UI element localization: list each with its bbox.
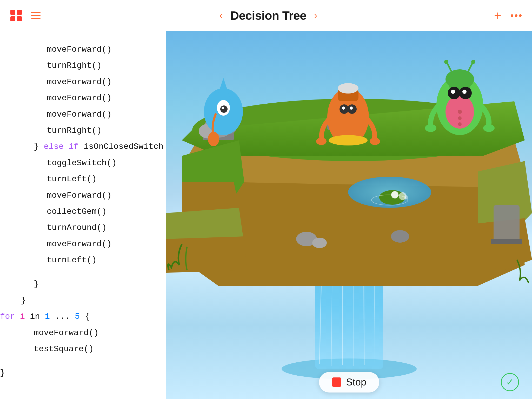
svg-point-70 (404, 195, 408, 200)
more-options-button[interactable] (511, 14, 522, 17)
svg-rect-28 (491, 239, 522, 244)
svg-rect-27 (494, 205, 520, 242)
page-title: Decision Tree (230, 9, 307, 23)
check-icon: ✓ (506, 377, 514, 387)
stop-label: Stop (346, 377, 366, 388)
game-viewport: Stop ✓ (166, 31, 532, 399)
prev-button[interactable]: ‹ (220, 11, 223, 20)
main-content: moveForward() turnRight() moveForward() … (0, 31, 532, 399)
code-line: turnLeft() (0, 252, 166, 268)
code-line: } (0, 365, 166, 381)
code-line: moveForward() (0, 188, 166, 204)
svg-point-41 (329, 135, 368, 145)
svg-point-40 (338, 83, 358, 94)
code-for-line: for i in 1 ... 5 { (0, 309, 166, 325)
svg-point-58 (462, 90, 467, 94)
svg-point-36 (222, 107, 224, 109)
code-line: moveForward() (0, 90, 166, 106)
code-line: turnRight() (0, 123, 166, 139)
stop-button[interactable]: Stop (319, 372, 379, 393)
add-button[interactable]: + (494, 9, 501, 22)
svg-marker-16 (182, 182, 239, 213)
svg-point-57 (451, 90, 455, 94)
svg-point-62 (471, 60, 475, 64)
list-view-button[interactable] (31, 10, 43, 21)
code-line: collectGem() (0, 204, 166, 220)
check-button[interactable]: ✓ (501, 373, 519, 391)
svg-point-54 (445, 69, 474, 89)
stop-icon (332, 377, 341, 387)
svg-point-47 (370, 138, 380, 145)
svg-point-37 (208, 132, 219, 146)
control-bar: Stop ✓ (166, 365, 532, 399)
svg-line-59 (447, 62, 452, 73)
code-line: toggleSwitch() (0, 155, 166, 171)
code-line: turnRight() (0, 58, 166, 74)
svg-point-52 (458, 116, 462, 120)
svg-point-44 (342, 107, 345, 110)
code-line: testSquare() (0, 341, 166, 357)
svg-point-35 (220, 105, 228, 113)
svg-point-45 (350, 107, 353, 110)
code-line: } (0, 276, 166, 292)
code-line: } (0, 292, 166, 309)
next-button[interactable]: › (314, 11, 317, 20)
svg-point-53 (458, 122, 462, 126)
code-line: moveForward() (0, 325, 166, 341)
svg-point-66 (312, 238, 327, 248)
svg-point-67 (391, 230, 409, 243)
code-line: moveForward() (0, 42, 166, 58)
code-turnaround-line: turnAround() (0, 220, 166, 236)
code-line: moveForward() (0, 107, 166, 123)
svg-line-61 (468, 62, 473, 73)
top-navigation: ‹ Decision Tree › + (0, 0, 532, 31)
code-line: moveForward() (0, 74, 166, 90)
svg-point-46 (316, 138, 327, 145)
code-line: } else if isOnClosedSwitch { (0, 139, 166, 155)
game-scene (166, 31, 532, 399)
svg-point-51 (458, 110, 462, 114)
code-editor[interactable]: moveForward() turnRight() moveForward() … (0, 31, 166, 399)
svg-point-64 (483, 124, 495, 132)
svg-point-63 (425, 124, 436, 132)
code-line: moveForward() (0, 236, 166, 252)
code-line: turnLeft() (0, 171, 166, 187)
grid-view-button[interactable] (10, 10, 22, 21)
svg-point-60 (444, 60, 448, 64)
